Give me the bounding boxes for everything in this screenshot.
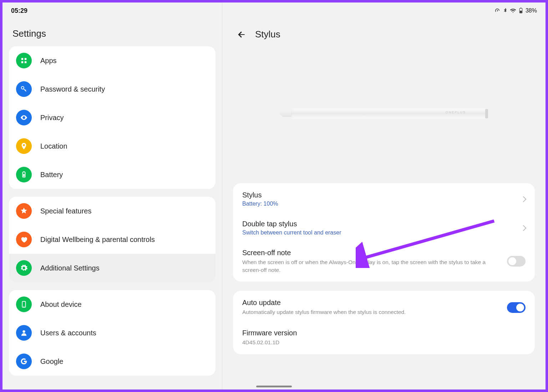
sidebar-item-about[interactable]: About device bbox=[9, 290, 215, 319]
screen-frame: 05:29 38% Settings AppsPassword & securi… bbox=[0, 0, 548, 392]
sidebar-item-location[interactable]: Location bbox=[9, 132, 215, 160]
setting-title: Auto update bbox=[242, 299, 500, 307]
svg-rect-5 bbox=[21, 61, 23, 63]
sidebar-item-label: Additional Settings bbox=[40, 264, 100, 272]
phone-icon bbox=[16, 296, 32, 312]
grid-icon bbox=[16, 53, 32, 68]
home-indicator[interactable] bbox=[256, 386, 292, 387]
sidebar: Settings AppsPassword & securityPrivacyL… bbox=[2, 2, 222, 390]
setting-subtitle: Automatically update stylus firmware whe… bbox=[242, 308, 500, 316]
sidebar-group-1: AppsPassword & securityPrivacyLocationBa… bbox=[9, 46, 215, 189]
sidebar-item-label: About device bbox=[40, 300, 82, 309]
battery-icon bbox=[16, 167, 32, 182]
sidebar-item-special[interactable]: Special features bbox=[9, 197, 215, 225]
star-icon bbox=[16, 203, 32, 219]
stylus-settings-card: StylusBattery: 100%Double tap stylusSwit… bbox=[233, 183, 535, 282]
setting-title: Stylus bbox=[242, 191, 514, 199]
detail-header: Stylus bbox=[222, 22, 546, 44]
toggle-switch[interactable] bbox=[507, 256, 526, 267]
svg-point-13 bbox=[22, 330, 25, 333]
sidebar-item-additional[interactable]: Additional Settings bbox=[9, 254, 215, 282]
svg-rect-4 bbox=[25, 58, 27, 60]
setting-title: Double tap stylus bbox=[242, 220, 514, 228]
setting-firmware: Firmware version4D45.02.01.1D bbox=[233, 323, 535, 353]
svg-point-7 bbox=[21, 87, 24, 89]
sidebar-item-label: Digital Wellbeing & parental controls bbox=[40, 236, 155, 244]
pen-brand-label: ONEPLUS bbox=[446, 110, 466, 114]
setting-autoupdate[interactable]: Auto updateAutomatically update stylus f… bbox=[233, 292, 535, 323]
sidebar-item-label: Google bbox=[40, 357, 64, 366]
sidebar-item-label: Privacy bbox=[40, 114, 64, 122]
svg-rect-9 bbox=[23, 171, 25, 172]
key-icon bbox=[16, 81, 32, 97]
sidebar-item-google[interactable]: Google bbox=[9, 347, 215, 376]
sidebar-item-wellbeing[interactable]: Digital Wellbeing & parental controls bbox=[9, 225, 215, 254]
back-arrow-icon bbox=[237, 30, 246, 39]
eye-icon bbox=[16, 110, 32, 125]
back-button[interactable] bbox=[237, 30, 247, 40]
sidebar-item-users[interactable]: Users & accounts bbox=[9, 319, 215, 347]
svg-rect-10 bbox=[23, 174, 25, 176]
detail-title: Stylus bbox=[255, 29, 280, 40]
setting-title: Firmware version bbox=[242, 329, 526, 337]
setting-subtitle: Battery: 100% bbox=[242, 201, 514, 207]
setting-screenoff[interactable]: Screen-off noteWhen the screen is off or… bbox=[233, 242, 535, 280]
setting-doubletap[interactable]: Double tap stylusSwitch between current … bbox=[233, 213, 535, 242]
detail-pane: Stylus ONEPLUS StylusBattery: 100%Double… bbox=[222, 2, 546, 390]
setting-title: Screen-off note bbox=[242, 249, 500, 257]
toggle-switch[interactable] bbox=[507, 302, 526, 313]
sidebar-item-password[interactable]: Password & security bbox=[9, 75, 215, 103]
setting-subtitle: When the screen is off or when the Alway… bbox=[242, 258, 500, 274]
svg-point-12 bbox=[24, 306, 24, 307]
stylus-illustration: ONEPLUS bbox=[222, 44, 546, 183]
sidebar-item-privacy[interactable]: Privacy bbox=[9, 103, 215, 132]
sidebar-item-label: Battery bbox=[40, 171, 63, 179]
svg-rect-3 bbox=[21, 58, 23, 60]
google-icon bbox=[16, 354, 32, 369]
sidebar-scroll[interactable]: AppsPassword & securityPrivacyLocationBa… bbox=[2, 46, 222, 390]
svg-rect-6 bbox=[25, 61, 27, 63]
gear-icon bbox=[16, 260, 32, 276]
heart-icon bbox=[16, 232, 32, 247]
sidebar-item-label: Apps bbox=[40, 57, 57, 65]
sidebar-item-label: Password & security bbox=[40, 85, 105, 93]
sidebar-group-3: About deviceUsers & accountsGoogle bbox=[9, 290, 215, 376]
setting-subtitle: Switch between current tool and eraser bbox=[242, 229, 514, 236]
sidebar-item-label: Location bbox=[40, 142, 67, 150]
sidebar-item-apps[interactable]: Apps bbox=[9, 46, 215, 75]
user-icon bbox=[16, 325, 32, 341]
sidebar-item-label: Special features bbox=[40, 207, 91, 215]
setting-subtitle: 4D45.02.01.1D bbox=[242, 339, 526, 346]
stylus-pen-graphic: ONEPLUS bbox=[280, 108, 487, 119]
chevron-right-icon bbox=[521, 196, 527, 202]
sidebar-item-battery[interactable]: Battery bbox=[9, 160, 215, 189]
setting-stylus[interactable]: StylusBattery: 100% bbox=[233, 185, 535, 213]
sidebar-group-2: Special featuresDigital Wellbeing & pare… bbox=[9, 197, 215, 282]
stylus-update-card: Auto updateAutomatically update stylus f… bbox=[233, 291, 535, 354]
pin-icon bbox=[16, 138, 32, 154]
sidebar-title: Settings bbox=[2, 22, 222, 46]
sidebar-item-label: Users & accounts bbox=[40, 329, 96, 337]
chevron-right-icon bbox=[521, 225, 527, 231]
